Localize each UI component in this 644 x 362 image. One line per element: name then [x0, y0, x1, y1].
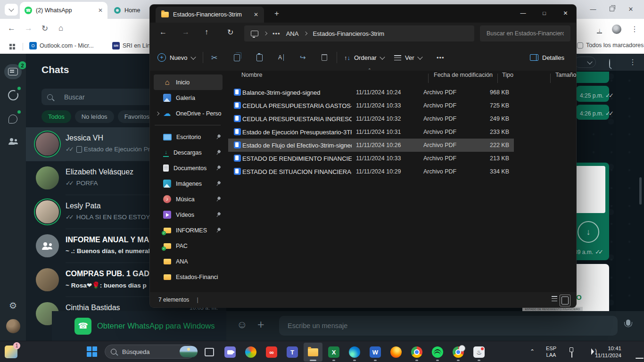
taskbar-app-excel[interactable]: X — [324, 343, 343, 362]
sidebar-item-estados-financi[interactable]: Estados-Financi — [154, 269, 223, 285]
downloads-icon[interactable]: ↓ — [597, 25, 602, 34]
new-tab-icon[interactable]: + — [274, 9, 279, 18]
taskbar-search[interactable] — [105, 345, 195, 359]
conversation-search-icon[interactable] — [609, 59, 610, 68]
explorer-search-box[interactable] — [480, 25, 570, 41]
up-icon[interactable]: ↑ — [205, 28, 208, 36]
explorer-tab[interactable]: Estados-Financieros-3trim ✕ — [156, 7, 264, 23]
rail-channels-button[interactable] — [4, 111, 22, 126]
sidebar-item-inicio[interactable]: Inicio — [154, 74, 223, 90]
column-divider[interactable] — [497, 74, 498, 83]
new-button[interactable]: + Nuevo — [157, 44, 195, 71]
call-button[interactable] — [574, 57, 596, 68]
start-button[interactable] — [87, 346, 97, 357]
attach-icon[interactable]: + — [257, 318, 264, 331]
message-input-pill[interactable] — [279, 316, 618, 336]
filter-chip[interactable]: Todos — [41, 110, 71, 123]
taskbar-app-chat[interactable] — [221, 343, 239, 362]
apps-grid-icon[interactable] — [9, 44, 15, 49]
sidebar-item-v-deos[interactable]: Vídeos — [154, 207, 223, 222]
browser-menu-icon[interactable]: ⋮ — [631, 25, 638, 33]
refresh-icon[interactable]: ↻ — [41, 24, 48, 33]
restore-button[interactable] — [603, 2, 621, 16]
cut-button[interactable]: ✂ — [211, 44, 217, 71]
rail-profile-button[interactable] — [4, 319, 22, 334]
taskbar-app-chrome[interactable] — [407, 343, 426, 362]
sort-button[interactable]: ↑↓ Ordenar — [344, 44, 384, 71]
taskbar-app-acrobat[interactable]: ∞ — [262, 343, 281, 362]
more-options-button[interactable]: ••• — [437, 44, 445, 71]
minimize-button[interactable]: — — [512, 5, 534, 22]
taskbar-app-java[interactable]: ♨ — [470, 343, 488, 362]
taskbar-app-explorer[interactable] — [304, 343, 322, 362]
tab-search-button[interactable] — [5, 4, 18, 16]
refresh-icon[interactable]: ↻ — [227, 28, 233, 37]
close-button[interactable]: ✕ — [621, 2, 640, 16]
download-icon[interactable]: ↓ — [578, 221, 599, 243]
file-row[interactable]: Estado de Ejecución Presupuestario-3TRI.… — [226, 125, 576, 139]
close-button[interactable]: ✕ — [555, 5, 576, 22]
view-button[interactable]: Ver — [394, 44, 422, 71]
sidebar-item-im-genes[interactable]: Imágenes — [154, 176, 223, 191]
close-tab-icon[interactable]: ✕ — [98, 7, 103, 14]
sidebar-item-onedrive-perso[interactable]: OneDrive - Perso — [154, 106, 223, 121]
breadcrumb-item[interactable]: Estados-Financieros-3trim — [313, 30, 384, 37]
paste-button[interactable] — [256, 44, 263, 71]
sidebar-item-informes[interactable]: INFORMES — [154, 222, 223, 238]
delete-button[interactable] — [322, 44, 327, 71]
taskbar-app-teams[interactable]: T — [283, 343, 302, 362]
language-indicator[interactable]: ESPLAA — [546, 346, 556, 359]
bookmark-outlook[interactable]: O Outlook.com - Micr... — [29, 42, 94, 49]
file-row[interactable]: CEDULA PRESUPUESTARIA GASTOS-3TRI...11/1… — [226, 99, 576, 112]
large-icons-view-toggle[interactable] — [560, 295, 570, 306]
column-header-size[interactable]: Tamaño — [555, 72, 576, 84]
minimize-button[interactable]: — — [584, 2, 603, 16]
filter-chip[interactable]: No leídos — [75, 110, 114, 123]
file-row[interactable]: CEDULA PRESUPUESTARIA INGRESO-3TRI...11/… — [226, 112, 576, 125]
file-row[interactable]: ESTADO DE RENDIMIENTO FINANCIERO-...11/1… — [226, 152, 576, 165]
file-row[interactable]: Estado de Flujo del Efectivo-3trim-signe… — [226, 139, 576, 152]
column-header-type[interactable]: Tipo — [502, 72, 513, 84]
details-view-toggle[interactable] — [552, 296, 557, 301]
breadcrumb[interactable]: ••• ANA Estados-Financieros-3trim — [244, 25, 474, 41]
breadcrumb-ellipsis[interactable]: ••• — [272, 30, 281, 37]
rename-button[interactable]: A — [278, 44, 284, 71]
clock[interactable]: 10:41 11/11/2024 — [595, 345, 621, 359]
maximize-button[interactable]: □ — [534, 5, 555, 22]
taskbar-app-edge[interactable] — [345, 343, 364, 362]
sidebar-item-escritorio[interactable]: Escritorio — [154, 129, 223, 145]
taskbar-app-copilot[interactable] — [241, 343, 260, 362]
details-pane-button[interactable]: Detalles — [530, 44, 564, 71]
file-row[interactable]: ESTADO DE SITUACION FINANCIERA-3tri...11… — [226, 165, 576, 178]
microphone-icon[interactable] — [626, 320, 630, 326]
forward-icon[interactable]: → — [25, 24, 33, 33]
taskbar-app-firefox[interactable] — [387, 343, 405, 362]
column-divider[interactable] — [550, 74, 551, 83]
sidebar-item-pac[interactable]: PAC — [154, 238, 223, 254]
forward-icon[interactable]: → — [182, 28, 190, 36]
file-row[interactable]: Balance-3trim-signed-signed11/11/2024 10… — [226, 86, 576, 99]
back-icon[interactable]: ← — [8, 24, 16, 33]
column-header-name[interactable]: Nombre — [241, 72, 262, 84]
taskbar-app-task-view[interactable] — [200, 343, 219, 362]
column-divider[interactable] — [428, 74, 429, 83]
taskbar-search-input[interactable] — [121, 348, 175, 356]
conversation-menu-icon[interactable]: ⋮ — [629, 58, 636, 66]
profile-avatar[interactable] — [612, 25, 621, 34]
home-icon[interactable]: ⌂ — [58, 24, 63, 33]
taskbar-app-spotify[interactable] — [428, 343, 447, 362]
browser-tab-whatsapp[interactable]: ☎ (2) WhatsApp ✕ — [20, 2, 107, 19]
share-button[interactable]: ↪ — [300, 44, 306, 71]
explorer-search-input[interactable] — [486, 30, 565, 37]
back-icon[interactable]: ← — [159, 28, 167, 36]
rail-settings-button[interactable]: ⚙ — [4, 298, 22, 313]
taskbar-app-chrome-profile[interactable] — [449, 343, 468, 362]
sidebar-item-galer-a[interactable]: Galería — [154, 90, 223, 106]
rail-chats-button[interactable]: 2 — [4, 64, 22, 79]
scrollbar-thumb[interactable] — [639, 177, 642, 205]
close-tab-icon[interactable]: ✕ — [254, 11, 258, 18]
copy-button[interactable] — [234, 44, 240, 71]
tray-chevron-icon[interactable]: ⌃ — [530, 348, 535, 355]
breadcrumb-item[interactable]: ANA — [286, 30, 299, 37]
sidebar-item-ana[interactable]: ANA — [154, 254, 223, 269]
